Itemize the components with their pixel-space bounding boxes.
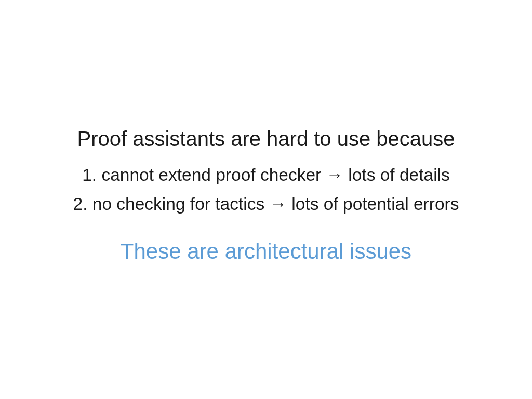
conclusion-text: These are architectural issues (0, 239, 532, 264)
bullet-point-2: 2. no checking for tactics → lots of pot… (0, 194, 532, 214)
slide-content: Proof assistants are hard to use because… (0, 0, 532, 399)
slide-heading: Proof assistants are hard to use because (0, 127, 532, 151)
bullet-point-1: 1. cannot extend proof checker → lots of… (0, 165, 532, 185)
